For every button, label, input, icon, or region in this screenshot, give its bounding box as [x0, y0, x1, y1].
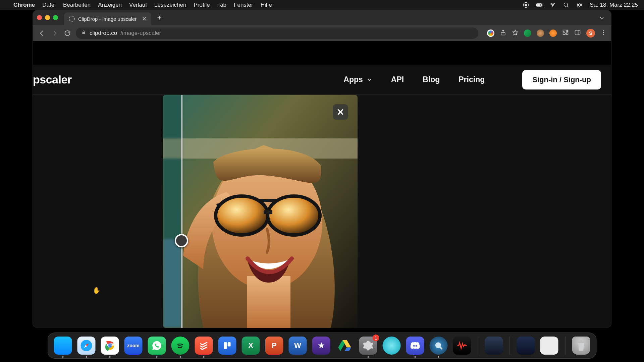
dock-circle-app-icon[interactable] — [383, 337, 401, 355]
url-path: /image-upscaler — [120, 30, 161, 37]
browser-tab[interactable]: ClipDrop - Image upscaler ✕ — [64, 12, 151, 25]
extensions-puzzle-icon[interactable] — [562, 29, 569, 37]
close-icon — [336, 108, 345, 116]
dock-minimized-window-icon[interactable] — [485, 337, 503, 355]
menu-datei[interactable]: Datei — [42, 2, 56, 8]
wifi-icon[interactable] — [549, 2, 556, 8]
nav-api-label: API — [391, 75, 404, 84]
tab-close-icon[interactable]: ✕ — [142, 15, 147, 22]
menubar-clock[interactable]: Sa. 18. März 22:25 — [590, 2, 638, 8]
nav-pricing[interactable]: Pricing — [459, 75, 485, 84]
dock-recent-2-icon[interactable] — [540, 337, 558, 355]
site-header: pscaler Apps API Blog Pricing Sign-in / … — [33, 65, 611, 95]
window-close-button[interactable] — [37, 15, 42, 20]
dock-discord-icon[interactable] — [406, 337, 424, 355]
menu-profile[interactable]: Profile — [194, 2, 210, 8]
reload-button[interactable] — [63, 29, 72, 38]
forward-button[interactable] — [50, 29, 59, 38]
svg-rect-45 — [578, 342, 584, 343]
url-host: clipdrop.co — [90, 30, 117, 37]
nav-blog-label: Blog — [423, 75, 440, 84]
dock-voicememos-icon[interactable] — [453, 337, 471, 355]
dock-trash-icon[interactable] — [572, 337, 590, 355]
new-tab-button[interactable]: + — [155, 13, 164, 22]
svg-line-7 — [567, 6, 569, 7]
svg-rect-29 — [163, 239, 181, 328]
lock-icon — [81, 30, 86, 37]
nav-blog[interactable]: Blog — [423, 75, 440, 84]
extension-orange-icon[interactable] — [549, 29, 557, 37]
battery-icon[interactable] — [536, 2, 543, 8]
dock-word-icon[interactable]: W — [289, 337, 307, 355]
dock-todoist-icon[interactable] — [195, 337, 213, 355]
extension-brown-icon[interactable] — [537, 29, 544, 37]
comparison-divider[interactable] — [181, 95, 182, 328]
dock-powerpoint-icon[interactable]: P — [265, 337, 283, 355]
share-icon[interactable] — [500, 29, 506, 37]
dock-chrome-icon[interactable] — [101, 337, 119, 355]
menu-lesezeichen[interactable]: Lesezeichen — [154, 2, 186, 8]
menubar-app-name[interactable]: Chrome — [13, 2, 35, 8]
tabs-dropdown-icon[interactable] — [598, 15, 605, 23]
upscaled-photo — [163, 95, 358, 328]
dock-settings-icon[interactable]: 1 — [359, 337, 377, 355]
comparison-image — [163, 95, 358, 328]
dock-imovie-icon[interactable]: ★ — [312, 337, 330, 355]
dock-whatsapp-icon[interactable] — [148, 337, 166, 355]
svg-rect-40 — [228, 342, 231, 347]
profile-avatar[interactable]: S — [586, 29, 595, 38]
dock-trello-icon[interactable] — [218, 337, 236, 355]
menu-bearbeiten[interactable]: Bearbeiten — [63, 2, 91, 8]
menu-hilfe[interactable]: Hilfe — [261, 2, 272, 8]
svg-rect-11 — [580, 6, 582, 7]
svg-rect-46 — [580, 340, 582, 342]
window-zoom-button[interactable] — [53, 15, 58, 20]
macos-menubar: Chrome Datei Bearbeiten Anzeigen Verlauf… — [0, 0, 644, 10]
menu-anzeigen[interactable]: Anzeigen — [98, 2, 122, 8]
window-minimize-button[interactable] — [45, 15, 50, 20]
dock-separator — [510, 337, 510, 355]
svg-rect-12 — [83, 32, 85, 34]
dock-spotify-icon[interactable] — [171, 337, 190, 355]
svg-marker-14 — [513, 30, 518, 35]
dock-finder-icon[interactable] — [54, 337, 72, 355]
google-account-icon[interactable] — [487, 29, 494, 37]
control-center-icon[interactable] — [576, 2, 583, 8]
back-button[interactable] — [38, 29, 46, 38]
dock-recent-1-icon[interactable] — [517, 337, 535, 355]
sidepanel-icon[interactable] — [574, 29, 581, 37]
toolbar-extensions: S — [487, 29, 606, 38]
dock-quicktime-icon[interactable] — [430, 337, 448, 355]
spotlight-icon[interactable] — [563, 2, 570, 8]
dock-zoom-icon[interactable]: zoom — [124, 337, 143, 355]
page-title: pscaler — [33, 73, 72, 86]
svg-rect-4 — [537, 4, 541, 6]
svg-point-5 — [552, 6, 553, 7]
desktop-left-gutter — [0, 10, 33, 362]
record-indicator-icon[interactable] — [523, 2, 529, 8]
chrome-menu-icon[interactable] — [600, 29, 606, 37]
editor-canvas[interactable] — [33, 95, 611, 328]
tab-title: ClipDrop - Image upscaler — [78, 16, 137, 22]
menu-fenster[interactable]: Fenster — [234, 2, 253, 8]
dock-safari-icon[interactable] — [77, 337, 96, 355]
dock-excel-icon[interactable]: X — [242, 337, 260, 355]
page-viewport: pscaler Apps API Blog Pricing Sign-in / … — [33, 41, 611, 328]
dock-googledrive-icon[interactable] — [336, 337, 354, 355]
svg-point-19 — [603, 34, 604, 35]
chrome-tabbar: ClipDrop - Image upscaler ✕ + — [33, 10, 611, 25]
address-bar[interactable]: clipdrop.co/image-upscaler — [76, 27, 478, 39]
nav-apps[interactable]: Apps — [343, 75, 372, 84]
extension-green-shield-icon[interactable] — [524, 29, 531, 37]
comparison-slider-handle[interactable] — [175, 234, 188, 247]
bookmark-star-icon[interactable] — [512, 29, 519, 37]
svg-point-17 — [603, 30, 604, 31]
close-image-button[interactable] — [333, 104, 348, 120]
nav-pricing-label: Pricing — [459, 75, 485, 84]
menu-tab[interactable]: Tab — [217, 2, 226, 8]
svg-point-18 — [603, 32, 604, 33]
nav-api[interactable]: API — [391, 75, 404, 84]
signin-button[interactable]: Sign-in / Sign-up — [522, 70, 601, 89]
menu-verlauf[interactable]: Verlauf — [129, 2, 147, 8]
svg-rect-10 — [577, 6, 580, 7]
